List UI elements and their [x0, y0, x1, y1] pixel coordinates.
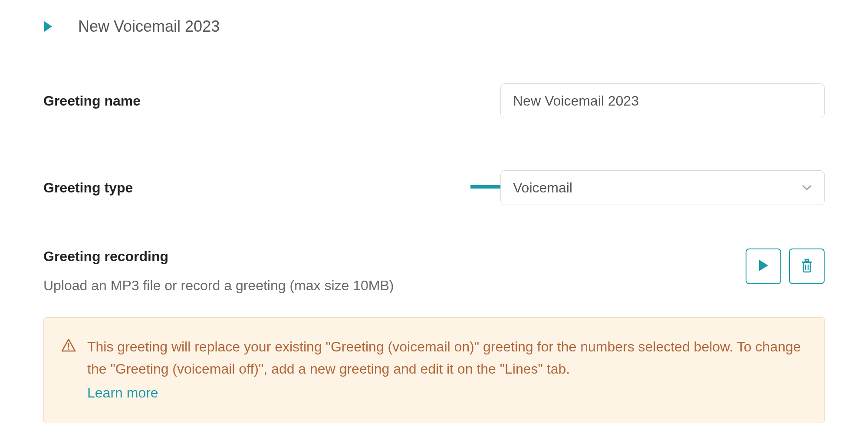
svg-rect-4	[802, 262, 812, 263]
container-greeting-name-input	[500, 83, 825, 118]
delete-recording-button[interactable]	[789, 248, 825, 284]
warning-alert: This greeting will replace your existing…	[43, 317, 825, 423]
greeting-name-input[interactable]	[500, 83, 825, 118]
play-recording-button[interactable]	[746, 248, 781, 284]
warning-alert-text-container: This greeting will replace your existing…	[87, 336, 803, 404]
greeting-type-selected-value: Voicemail	[513, 180, 572, 196]
learn-more-link[interactable]: Learn more	[87, 382, 803, 404]
play-icon	[758, 259, 769, 274]
svg-marker-3	[759, 260, 768, 271]
row-greeting-name: Greeting name	[43, 83, 825, 118]
trash-icon	[800, 258, 813, 275]
chevron-down-icon	[802, 184, 812, 191]
warning-icon	[61, 336, 76, 354]
warning-alert-text: This greeting will replace your existing…	[87, 339, 801, 377]
label-greeting-type: Greeting type	[43, 180, 399, 196]
help-greeting-recording: Upload an MP3 file or record a greeting …	[43, 278, 394, 294]
voicemail-greeting-form: New Voicemail 2023 Greeting name Greetin…	[0, 0, 868, 434]
row-greeting-recording: Greeting recording Upload an MP3 file or…	[43, 248, 825, 294]
greeting-type-select[interactable]: Voicemail	[500, 170, 825, 205]
container-greeting-recording-text: Greeting recording Upload an MP3 file or…	[43, 248, 394, 294]
expand-triangle-icon[interactable]	[43, 20, 53, 33]
svg-marker-0	[44, 21, 52, 32]
section-title: New Voicemail 2023	[78, 17, 220, 36]
svg-point-10	[68, 348, 69, 350]
greeting-recording-actions	[746, 248, 825, 284]
row-greeting-type: Greeting type Voicemail	[43, 170, 825, 205]
section-header: New Voicemail 2023	[43, 17, 825, 36]
container-greeting-type-select: Voicemail	[500, 170, 825, 205]
label-greeting-name: Greeting name	[43, 93, 399, 109]
svg-rect-5	[805, 259, 809, 261]
label-greeting-recording: Greeting recording	[43, 248, 394, 265]
